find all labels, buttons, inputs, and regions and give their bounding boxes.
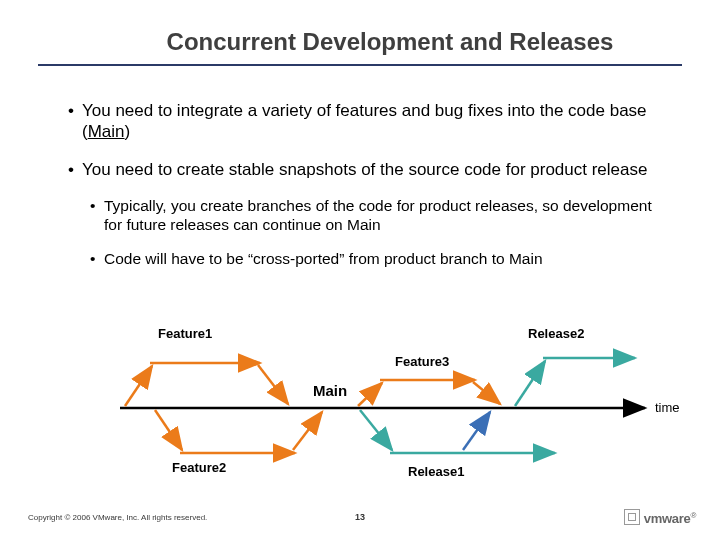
- label-feature2: Feature2: [172, 460, 226, 475]
- footer-page-number: 13: [0, 512, 720, 522]
- bullet-2: You need to create stable snapshots of t…: [68, 159, 668, 180]
- bullet-1-text-pre: You need to integrate a variety of featu…: [82, 101, 647, 141]
- bullet-1-text-post: ): [125, 122, 131, 141]
- label-feature1: Feature1: [158, 326, 212, 341]
- title-rule: [38, 64, 682, 66]
- feature1-merge: [258, 365, 288, 404]
- label-release2: Release2: [528, 326, 584, 341]
- sub-bullet-2: Code will have to be “cross-ported” from…: [90, 249, 668, 268]
- bullet-1: You need to integrate a variety of featu…: [68, 100, 668, 143]
- bullet-1-main: Main: [88, 122, 125, 141]
- footer-logo-text: vmware: [644, 511, 691, 526]
- feature3-branch: [358, 383, 382, 406]
- label-release1: Release1: [408, 464, 464, 479]
- feature3-merge: [473, 382, 500, 404]
- feature2-merge: [293, 412, 322, 450]
- release1-branch: [360, 410, 392, 450]
- label-feature3: Feature3: [395, 354, 449, 369]
- slide: Concurrent Development and Releases You …: [0, 0, 720, 540]
- feature2-branch: [155, 410, 182, 450]
- label-time: time: [655, 400, 680, 415]
- release2-branch: [515, 361, 545, 406]
- slide-body: You need to integrate a variety of featu…: [68, 100, 668, 282]
- footer-logo: vmware®: [624, 509, 696, 526]
- vmware-logo-icon: [624, 509, 640, 525]
- branch-diagram: Feature1 Feature2 Feature3 Release1 Rele…: [60, 318, 700, 488]
- feature1-branch: [125, 366, 152, 406]
- sub-bullet-1: Typically, you create branches of the co…: [90, 196, 668, 235]
- diagram-svg: [60, 318, 700, 488]
- footer-logo-reg: ®: [690, 511, 696, 520]
- label-main: Main: [313, 382, 347, 399]
- slide-title: Concurrent Development and Releases: [0, 28, 720, 56]
- release1-crossport: [463, 412, 490, 450]
